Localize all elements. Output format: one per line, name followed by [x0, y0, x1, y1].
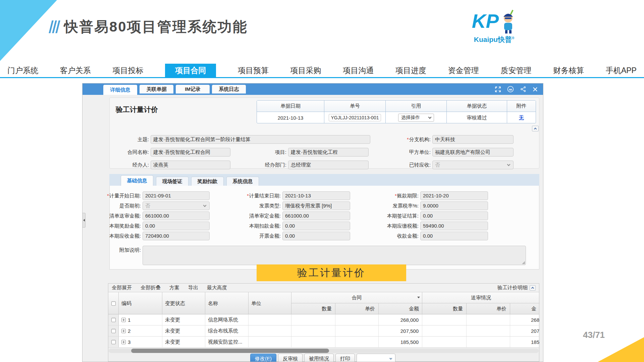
invoiced-amount-input[interactable]: 0.00	[282, 232, 350, 240]
doc-number-field[interactable]: YGJLJJ-20211013-001	[329, 114, 381, 121]
export-button[interactable]: 导出	[188, 285, 198, 291]
contract-input[interactable]: 建发·吾悦智能化工程合同	[151, 148, 230, 157]
table-row[interactable]: 3 未变更 视频安防监控... 185,500 185	[108, 337, 539, 348]
chevron-down-icon[interactable]	[417, 297, 420, 298]
subtab-bar: 基础信息 现场签证 奖励扣款 系统信息	[109, 174, 539, 186]
subtab-basic-info[interactable]: 基础信息	[121, 175, 153, 186]
party-input[interactable]: 福建兆联房地产有限公司	[432, 148, 514, 157]
nav-item-portal[interactable]: 门户系统	[7, 65, 38, 76]
scrollbar-thumb[interactable]	[131, 349, 329, 353]
row-checkbox[interactable]	[111, 318, 116, 322]
col-change-status: 变更状态	[162, 292, 205, 314]
close-icon[interactable]	[533, 87, 538, 92]
fullscreen-icon[interactable]	[495, 86, 501, 92]
subtab-site-visa[interactable]: 现场签证	[156, 177, 189, 186]
expand-row-icon[interactable]	[121, 329, 126, 333]
chevron-up-icon	[531, 287, 534, 290]
nav-item-contract[interactable]: 项目合同	[165, 64, 216, 77]
expand-row-icon[interactable]	[121, 318, 126, 322]
nav-item-procurement[interactable]: 项目采购	[290, 65, 321, 76]
collapse-grid-button[interactable]	[530, 285, 536, 291]
expand-all-button[interactable]: 全部展开	[112, 285, 132, 291]
nav-item-quality[interactable]: 质安管理	[500, 65, 531, 76]
resize-grip-icon[interactable]	[522, 261, 525, 264]
collapse-header-button[interactable]	[532, 126, 539, 131]
branch-input[interactable]: 中天科技	[432, 135, 514, 144]
doc-col-date: 单据日期	[257, 101, 324, 112]
end-date-input[interactable]: 2021-10-13	[282, 191, 350, 200]
reverse-audit-button[interactable]: 反审核	[278, 354, 303, 362]
share-icon[interactable]	[520, 86, 526, 92]
row-checkbox[interactable]	[111, 329, 116, 333]
col-group-contract: 合同 数量 单价 金额	[291, 292, 422, 314]
tab-detail-info[interactable]: 详细信息	[103, 85, 137, 95]
subtab-system-info[interactable]: 系统信息	[226, 177, 259, 186]
action-select[interactable]	[357, 354, 395, 362]
horizontal-scrollbar[interactable]	[109, 349, 539, 353]
subject-field: 主题: 建发·吾悦智能化工程合同第一阶段计量结算	[108, 135, 370, 144]
title-accent-bars-icon	[50, 20, 59, 34]
start-date-field: *计量开始日期: 2021-09-01	[100, 191, 210, 200]
svg-text:IM: IM	[509, 88, 512, 91]
receivable-select[interactable]: 否	[432, 161, 514, 169]
table-row[interactable]: 2 未变更 综合布线系统 207,500 207	[108, 325, 539, 337]
reward-amount-input[interactable]: 0.00	[143, 222, 210, 230]
nav-item-mobile-app[interactable]: 手机APP	[606, 65, 637, 76]
subtab-reward-deduction[interactable]: 奖励扣款	[191, 177, 224, 186]
receivable-field: 已转应收: 否	[390, 161, 514, 169]
tax-rate-input[interactable]: 9.0000	[420, 201, 488, 210]
start-date-input[interactable]: 2021-09-01	[143, 191, 210, 200]
receivable-amount-input[interactable]: 720490.00	[143, 232, 210, 240]
required-mark: *	[407, 136, 409, 142]
handler-input[interactable]: 凌燕英	[151, 161, 230, 169]
scheme-button[interactable]: 方案	[169, 285, 179, 291]
tab-system-log[interactable]: 系统日志	[212, 85, 246, 94]
row-checkbox[interactable]	[111, 340, 116, 344]
dept-input[interactable]: 总经理室	[288, 161, 369, 169]
expand-row-icon[interactable]	[121, 340, 126, 344]
subject-input[interactable]: 建发·吾悦智能化工程合同第一阶段计量结算	[151, 135, 370, 144]
attachment-link[interactable]: 无	[519, 115, 524, 121]
tax-payable-input[interactable]: 59490.00	[420, 222, 488, 230]
print-button[interactable]: 打印	[335, 354, 355, 362]
tab-related-docs[interactable]: 关联单据	[140, 85, 173, 94]
list-approved-amount-input[interactable]: 661000.00	[282, 212, 350, 220]
max-height-button[interactable]: 最大高度	[207, 285, 227, 291]
nav-item-finance[interactable]: 财务核算	[553, 65, 584, 76]
doc-header-table: 单据日期 单号 引用 单据状态 附件 2021-10-13 YGJLJJ-202…	[257, 100, 536, 123]
project-field: 项目: 建发·吾悦智能化工程	[246, 148, 369, 157]
doc-col-number: 单号	[324, 101, 386, 112]
nav-item-bidding[interactable]: 项目投标	[112, 65, 143, 76]
doc-col-status: 单据状态	[447, 101, 507, 112]
collapse-all-button[interactable]: 全部折叠	[141, 285, 161, 291]
doc-col-refer: 引用	[386, 101, 447, 112]
chevron-down-icon	[428, 116, 432, 119]
modify-button[interactable]: 修改(E)	[250, 354, 276, 362]
nav-item-crm[interactable]: 客户关系	[60, 65, 91, 76]
payment-term-input[interactable]: 2021-10-20	[420, 191, 488, 200]
table-row[interactable]: 1 未变更 信息网络系统 268,000 268	[108, 314, 539, 325]
usage-status-button[interactable]: 被用情况	[304, 354, 334, 362]
visa-settlement-input[interactable]: 0.00	[420, 212, 488, 220]
document-title: 验工计量计价	[116, 105, 158, 114]
nav-item-communication[interactable]: 项目沟通	[343, 65, 374, 76]
branch-field: *分支机构: 中天科技	[390, 135, 514, 144]
deduction-amount-input[interactable]: 0.00	[282, 222, 350, 230]
initial-period-select[interactable]: 否	[143, 201, 210, 210]
tab-im-record[interactable]: IM记录	[176, 85, 210, 94]
invoice-type-input[interactable]: 增值税专用发票 [9%]	[282, 201, 350, 210]
project-input[interactable]: 建发·吾悦智能化工程	[288, 148, 369, 157]
chevron-down-icon	[507, 163, 511, 166]
panel-collapse-handle[interactable]	[83, 213, 86, 228]
refer-select[interactable]: 选择操作	[398, 114, 434, 122]
note-textarea[interactable]	[143, 246, 526, 265]
list-submitted-amount-input[interactable]: 661000.00	[143, 212, 210, 220]
nav-item-budget[interactable]: 项目预算	[238, 65, 269, 76]
received-amount-input[interactable]: 0.00	[420, 232, 488, 240]
select-all-checkbox[interactable]	[111, 301, 116, 306]
chevron-left-icon	[83, 219, 85, 222]
nav-item-funds[interactable]: 资金管理	[448, 65, 479, 76]
im-icon[interactable]: IM	[507, 86, 514, 93]
required-mark: *	[395, 193, 397, 198]
nav-item-progress[interactable]: 项目进度	[395, 65, 426, 76]
